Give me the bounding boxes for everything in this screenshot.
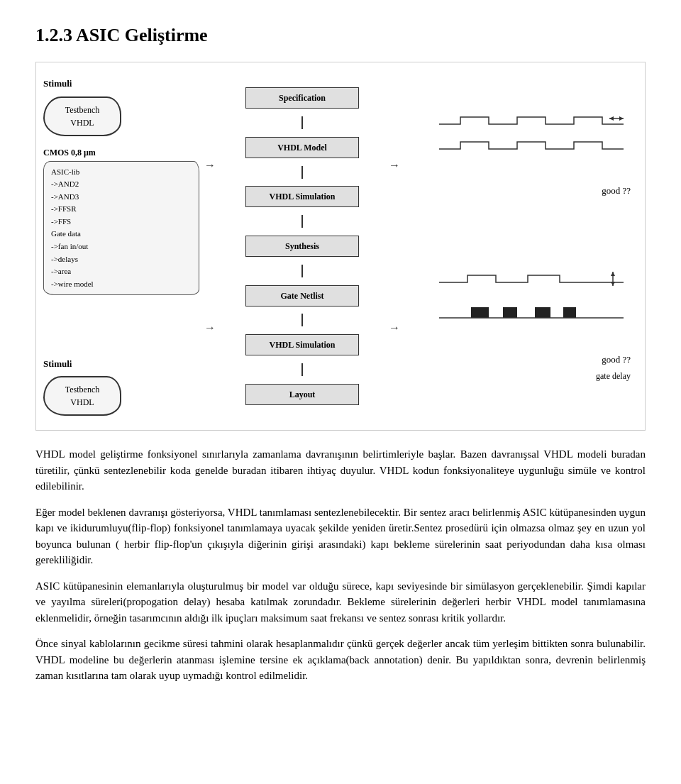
paragraph-3: ASIC kütüpanesinin elemanlarıyla oluştur… [35,578,646,626]
svg-rect-8 [535,307,550,318]
paragraph-2: Eğer model beklenen davranışı gösteriyor… [35,504,646,568]
testbench-cloud-bottom: Testbench VHDL [43,376,121,416]
connector-4 [301,265,303,277]
arrow-bottom: → [204,319,216,336]
flow-item-synthesis: Synthesis [221,236,384,257]
cloud-top-line1: Testbench [65,105,99,115]
good-label-bottom: good ?? [602,353,631,367]
waveform-bottom-section: good ?? gate delay [419,265,631,382]
arrow-mid-bottom: → [389,319,400,336]
testbench-cloud-top: Testbench VHDL [43,96,121,136]
good-label-top: good ?? [602,184,631,198]
flow-item-vhdl-sim-2: VHDL Simulation [221,334,384,355]
left-column: Stimuli Testbench VHDL CMOS 0,8 μm ASIC-… [43,70,199,423]
waveform-top-svg [432,110,631,181]
waveform-bottom-svg [432,265,631,350]
cloud-top-line2: VHDL [70,118,94,128]
connector-6 [301,363,303,376]
connector-3 [301,215,303,228]
flow-item-gate-netlist: Gate Netlist [221,285,384,307]
cloud-bottom-line1: Testbench [65,385,99,394]
paragraph-1: VHDL model geliştirme fonksiyonel sınırl… [35,446,646,495]
svg-marker-5 [611,282,615,286]
cmos-label: CMOS 0,8 μm [43,146,199,159]
specification-btn: Specification [245,87,359,109]
middle-to-right-arrows: → → [384,70,405,423]
svg-marker-4 [611,272,615,276]
left-to-middle-arrows: → → [199,70,221,423]
layout-btn: Layout [245,384,359,405]
vhdl-sim-2-btn: VHDL Simulation [245,334,359,355]
right-column: good ?? [405,70,638,423]
cloud-bottom-line2: VHDL [70,397,94,407]
flow-item-vhdl-model: VHDL Model [221,137,384,158]
page-title: 1.2.3 ASIC Geliştirme [35,21,646,49]
cmos-section: CMOS 0,8 μm ASIC-lib ->AND2 ->AND3 ->FFS… [43,146,199,296]
vhdl-sim-1-btn: VHDL Simulation [245,186,359,207]
paragraph-4: Önce sinyal kablolarının gecikme süresi … [35,636,646,684]
flow-item-specification: Specification [221,87,384,109]
svg-marker-1 [609,116,614,121]
synthesis-btn: Synthesis [245,236,359,257]
svg-rect-7 [503,307,517,318]
svg-marker-2 [619,116,624,121]
gate-delay-label: gate delay [596,370,631,382]
flow-item-layout: Layout [221,384,384,405]
stimuli-top-group: Stimuli Testbench VHDL CMOS 0,8 μm ASIC-… [43,77,199,295]
svg-rect-6 [471,307,489,318]
flow-item-vhdl-sim-1: VHDL Simulation [221,186,384,207]
arrow-top: → [204,157,216,174]
gate-netlist-btn: Gate Netlist [245,285,359,307]
stimuli-bottom-group: Stimuli Testbench VHDL [43,357,199,416]
stimuli-bottom-label: Stimuli [43,357,199,371]
connector-5 [301,314,303,326]
arrow-mid-top: → [389,157,400,174]
vhdl-model-btn: VHDL Model [245,137,359,158]
connector-2 [301,166,303,179]
svg-rect-9 [563,307,576,318]
asic-lib-box: ASIC-lib ->AND2 ->AND3 ->FFSR ->FFS Gate… [43,161,199,296]
connector-1 [301,116,303,129]
waveform-top-section: good ?? [419,110,631,198]
diagram: Stimuli Testbench VHDL CMOS 0,8 μm ASIC-… [35,62,646,431]
flow-column: Specification VHDL Model VHDL Simulation… [221,70,384,423]
stimuli-top-label: Stimuli [43,77,199,91]
